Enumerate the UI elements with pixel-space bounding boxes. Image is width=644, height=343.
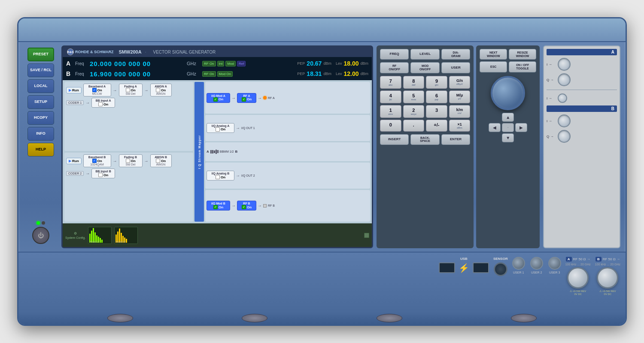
nav-left-button[interactable]: ◀	[489, 123, 501, 132]
unit-gn[interactable]: G/ndBμV	[449, 76, 471, 89]
bottom-area: USB ⚡ SENSOR USER 1	[18, 252, 626, 312]
iq-analog-b-label: I/Q Analog B	[212, 172, 230, 175]
power-lights	[36, 221, 45, 225]
rotary-dial[interactable]	[491, 76, 525, 110]
bnc-user2	[530, 257, 543, 270]
bb-input-a-checkbox[interactable]	[98, 102, 103, 106]
run-button-a[interactable]: ▶ Run	[66, 87, 82, 93]
freq-value-b: 16.900 000 000 00	[90, 70, 184, 78]
rf-on-off-button[interactable]: RFON/OFF	[380, 62, 409, 73]
num-5[interactable]: 5mno	[403, 90, 425, 103]
iq-analog-a-checkbox[interactable]	[216, 127, 220, 132]
iq-mod-a-row: I/Q Mod A ✓ On → RF A ✓ On	[205, 82, 370, 114]
nav-up-button[interactable]: ▲	[502, 113, 514, 122]
iq-analog-b-checkbox[interactable]	[216, 175, 220, 179]
usb-port-1	[439, 262, 455, 273]
num-3[interactable]: 3	[426, 105, 447, 118]
tab-grid-icon[interactable]	[364, 233, 369, 238]
num-6[interactable]: 6pqr	[426, 90, 447, 103]
coder2-row: CODER 2 → BB Input B On	[66, 168, 191, 178]
sys-config-area[interactable]: ⚙ System Config.	[65, 232, 85, 239]
usb-port-2	[473, 262, 489, 273]
iq-analog-a-row: I/Q Analog A On → I/Q OUT 1	[205, 115, 370, 141]
num-9[interactable]: 9ghi	[426, 76, 447, 89]
bb-input-b-label: BB Input B	[96, 170, 111, 173]
help-button[interactable]: HELP	[27, 143, 54, 156]
baseband-b-block[interactable]: Baseband B ✓ On 1024QAM	[83, 154, 111, 167]
screen-bottom: ⚙ System Config. Power A	[63, 223, 372, 247]
instrument-feet	[18, 312, 626, 325]
enter-button[interactable]: ENTER	[441, 134, 470, 145]
awgn-b-block[interactable]: AWGN B On AWGN	[150, 154, 172, 167]
unit-x1[interactable]: ×1dBm	[449, 120, 471, 132]
info-button[interactable]: INFO	[27, 127, 54, 141]
section-b-badge: B	[547, 105, 617, 112]
brand-logo: R&S ROHDE & SCHWARZ	[67, 48, 114, 55]
nav-right-button[interactable]: ▶	[515, 123, 527, 132]
awgn-a-checkbox[interactable]	[156, 88, 160, 92]
local-button[interactable]: LOCAL	[27, 79, 54, 93]
bb-input-b-block[interactable]: BB Input B On	[91, 168, 115, 178]
awgn-b-checkbox[interactable]	[156, 159, 160, 163]
unit-mu[interactable]: M/μμV	[449, 90, 471, 103]
power-button[interactable]: ⏻	[32, 227, 49, 244]
iq-mod-a-block[interactable]: I/Q Mod A ✓ On	[207, 93, 230, 103]
num-dot[interactable]: .	[403, 120, 425, 132]
backspace-button[interactable]: BACK-SPACE	[410, 134, 439, 145]
nav-down-button[interactable]: ▼	[502, 133, 514, 142]
bb-input-b-checkbox[interactable]	[98, 173, 103, 177]
mod-on-off-button[interactable]: MODON/OFF	[410, 62, 439, 73]
fading-a-block[interactable]: Fading A On Std Del	[119, 84, 143, 96]
main-screen: R&S ROHDE & SCHWARZ SMW200A · VECTOR SIG…	[61, 45, 373, 248]
num-1[interactable]: 1stuv	[380, 105, 401, 118]
insert-button[interactable]: INSERT	[380, 134, 409, 145]
bottom-screen-space	[61, 255, 435, 309]
fading-a-checkbox[interactable]	[126, 88, 130, 92]
bb-input-a-block[interactable]: BB Input A On	[91, 98, 115, 108]
run-arrow-a: ▶	[69, 88, 71, 92]
nav-buttons: ▲ ◀ · ▶ ▼	[489, 113, 527, 142]
run-button-b[interactable]: ▶ Run	[66, 158, 82, 164]
awgn-a-block[interactable]: AWGN A On AWGN	[150, 84, 172, 96]
rf-a-block[interactable]: RF A ✓ On	[237, 93, 256, 103]
hcopy-button[interactable]: HCOPY	[27, 111, 54, 125]
num-plusminus[interactable]: +/-	[426, 120, 447, 132]
baseband-a-block[interactable]: Baseband A ✓ On MCCW	[83, 84, 111, 96]
rf-b-indicator: RF B	[263, 204, 275, 208]
num-0[interactable]: 0	[380, 120, 401, 132]
freq-button[interactable]: FREQ	[380, 49, 409, 60]
num-4[interactable]: 4jkl	[380, 90, 401, 103]
iq-analog-a-block[interactable]: I/Q Analog A On	[207, 123, 234, 133]
model-type: VECTOR SIGNAL GENERATOR	[153, 50, 216, 54]
iq-mod-b-block[interactable]: I/Q Mod B ✓ On	[207, 201, 230, 211]
diagram-button[interactable]: DIA-GRAM	[441, 49, 470, 60]
next-window-button[interactable]: NEXTWINDOW	[480, 49, 507, 60]
model-name: SMW200A	[119, 49, 142, 54]
sys-config-label: System Config.	[65, 236, 85, 239]
fading-b-checkbox[interactable]	[126, 159, 130, 163]
baseband-b-checkbox[interactable]: ✓	[92, 159, 97, 163]
signal-flow-area: ▶ Run Baseband A ✓ On MCCW	[63, 80, 372, 223]
save-rcl-button[interactable]: SAVE / RCL	[27, 63, 54, 77]
setup-button[interactable]: SETUP	[27, 95, 54, 109]
nav-center-button[interactable]: ·	[502, 123, 514, 132]
level-button[interactable]: LEVEL	[410, 49, 439, 60]
sensor-port	[494, 262, 507, 276]
rf-b-block[interactable]: RF B ✓ On	[237, 201, 256, 211]
num-8[interactable]: 8def	[403, 76, 425, 89]
resize-window-button[interactable]: RESIZEWINDOW	[509, 49, 536, 60]
num-7[interactable]: 7abc	[380, 76, 401, 89]
on-off-toggle-button[interactable]: ON / OFFTOGGLE	[509, 61, 536, 72]
bottom-left-space	[24, 255, 58, 309]
fading-a-label: Fading A	[124, 85, 137, 88]
baseband-a-checkbox[interactable]: ✓	[92, 88, 97, 92]
unit-km[interactable]: k/mmV	[449, 105, 471, 118]
preset-button[interactable]: PRESET	[27, 48, 54, 61]
screen-header: R&S ROHDE & SCHWARZ SMW200A · VECTOR SIG…	[63, 47, 372, 57]
fading-b-block[interactable]: Fading B On Std Del	[119, 154, 143, 167]
num-2[interactable]: 2wxyz	[403, 105, 425, 118]
user-button[interactable]: USER	[441, 62, 470, 73]
iq-analog-b-block[interactable]: I/Q Analog B On	[207, 171, 234, 181]
rf-b-range: 100 kHz ... 20 GHz	[595, 263, 620, 266]
esc-button[interactable]: ESC	[480, 61, 507, 72]
